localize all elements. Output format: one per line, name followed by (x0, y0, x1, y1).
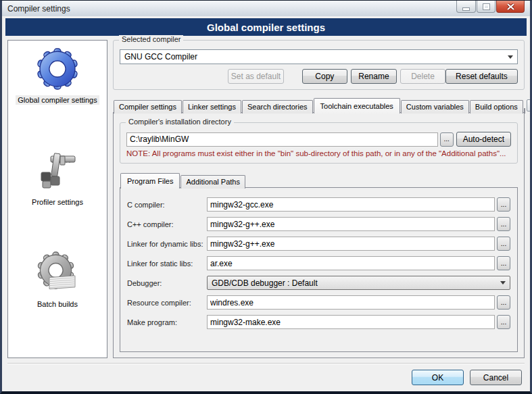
compiler-settings-dialog: Compiler settings Global compiler settin… (0, 0, 532, 394)
tab-linker-settings[interactable]: Linker settings (183, 100, 241, 114)
close-button[interactable] (496, 1, 525, 13)
copy-button[interactable]: Copy (302, 69, 347, 84)
tab-scroll-left-button[interactable] (527, 99, 532, 112)
installation-path-input[interactable] (126, 132, 438, 147)
field-row-debugger: Debugger: GDB/CDB debugger : Default (127, 276, 510, 290)
main-panel: Selected compiler GNU GCC Compiler Set a… (113, 40, 525, 358)
field-label: Linker for static libs: (127, 260, 207, 268)
titlebar: Compiler settings (2, 1, 530, 16)
sidebar-item-global-compiler-settings[interactable]: Global compiler settings (16, 47, 99, 105)
footer-buttons: OK Cancel (2, 364, 530, 391)
selected-compiler-group: Selected compiler GNU GCC Compiler Set a… (113, 40, 525, 90)
rename-button[interactable]: Rename (351, 69, 397, 84)
field-label: C++ compiler: (127, 220, 207, 228)
window-title: Compiler settings (7, 4, 70, 14)
browse-directory-button[interactable]: ... (440, 132, 454, 147)
installation-directory-legend: Compiler's installation directory (126, 118, 234, 126)
tab-custom-variables[interactable]: Custom variables (401, 100, 469, 114)
tab-bar: Compiler settings Linker settings Search… (113, 98, 525, 113)
static-linker-input[interactable] (207, 256, 495, 270)
sidebar-item-label: Batch builds (35, 299, 80, 309)
field-label: Debugger: (127, 279, 207, 287)
minimize-icon (463, 8, 469, 10)
close-icon (507, 3, 514, 10)
sidebar-item-profiler-settings[interactable]: Profiler settings (30, 149, 85, 207)
make-program-input[interactable] (207, 315, 495, 329)
settings-sidebar: Global compiler settings (7, 40, 107, 358)
set-as-default-button[interactable]: Set as default (228, 69, 284, 84)
chevron-down-icon (500, 281, 506, 285)
browse-button[interactable]: ... (497, 256, 510, 270)
field-row-cpp-compiler: C++ compiler: ... (127, 217, 510, 231)
compiler-buttons-row: Set as default Copy Rename Delete Reset … (120, 69, 518, 84)
field-label: C compiler: (127, 201, 207, 209)
c-compiler-input[interactable] (207, 197, 495, 212)
sidebar-item-label: Profiler settings (30, 197, 85, 207)
chevron-down-icon (508, 55, 513, 59)
cancel-button[interactable]: Cancel (470, 370, 522, 385)
field-label: Linker for dynamic libs: (127, 240, 207, 248)
browse-button[interactable]: ... (497, 217, 510, 231)
maximize-icon (483, 4, 489, 9)
field-row-static-linker: Linker for static libs: ... (127, 256, 510, 270)
programs-tab-bar: Program Files Additional Paths (120, 173, 518, 188)
caliper-icon (36, 149, 79, 193)
delete-button[interactable]: Delete (400, 69, 445, 84)
installation-directory-group: Compiler's installation directory ... Au… (120, 122, 518, 164)
browse-button[interactable]: ... (497, 197, 510, 212)
ok-button[interactable]: OK (412, 370, 464, 385)
settings-tab-control: Compiler settings Linker settings Search… (113, 98, 525, 358)
selected-compiler-legend: Selected compiler (119, 35, 183, 43)
toolchain-executables-panel: Compiler's installation directory ... Au… (113, 112, 525, 358)
installation-path-row: ... Auto-detect (126, 132, 511, 147)
maximize-button[interactable] (477, 1, 495, 13)
sidebar-item-batch-builds[interactable]: Batch builds (35, 251, 80, 309)
browse-button[interactable]: ... (497, 237, 510, 251)
header-banner: Global compiler settings (5, 18, 527, 36)
tab-program-files[interactable]: Program Files (120, 173, 180, 189)
tab-scroll-buttons (527, 99, 532, 112)
tab-additional-paths[interactable]: Additional Paths (180, 175, 245, 189)
compiler-combobox-value: GNU GCC Compiler (124, 52, 197, 61)
tab-build-options[interactable]: Build options (470, 100, 523, 114)
tab-toolchain-executables[interactable]: Toolchain executables (314, 98, 400, 114)
minimize-button[interactable] (456, 1, 476, 13)
blue-gear-icon (36, 47, 79, 91)
page-title: Global compiler settings (207, 22, 325, 33)
field-label: Resource compiler: (127, 299, 207, 307)
autodetect-button[interactable]: Auto-detect (456, 132, 511, 147)
gray-gear-icon (36, 251, 79, 295)
debugger-select-value: GDB/CDB debugger : Default (212, 278, 318, 288)
tab-compiler-settings[interactable]: Compiler settings (114, 100, 182, 114)
cpp-compiler-input[interactable] (207, 217, 495, 231)
field-row-make-program: Make program: ... (127, 315, 510, 329)
dynamic-linker-input[interactable] (207, 237, 495, 251)
program-files-panel: C compiler: ... C++ compiler: ... Linker (120, 187, 518, 352)
dialog-body: Global compiler settings (2, 36, 530, 358)
field-row-c-compiler: C compiler: ... (127, 197, 510, 212)
window-controls (456, 1, 525, 13)
field-row-dynamic-linker: Linker for dynamic libs: ... (127, 237, 510, 251)
field-label: Make program: (127, 318, 207, 326)
browse-button[interactable]: ... (497, 315, 510, 329)
note-text: NOTE: All programs must exist either in … (126, 149, 511, 157)
reset-defaults-button[interactable]: Reset defaults (445, 69, 518, 84)
tab-overflow-partial[interactable] (524, 108, 525, 114)
resource-compiler-input[interactable] (207, 295, 495, 310)
browse-button[interactable]: ... (497, 295, 510, 310)
sidebar-item-label: Global compiler settings (16, 95, 99, 105)
field-row-resource-compiler: Resource compiler: ... (127, 295, 510, 310)
programs-notebook: Program Files Additional Paths C compile… (120, 173, 518, 352)
debugger-select[interactable]: GDB/CDB debugger : Default (207, 276, 510, 290)
compiler-combobox[interactable]: GNU GCC Compiler (120, 49, 518, 64)
tab-search-directories[interactable]: Search directories (242, 100, 313, 114)
